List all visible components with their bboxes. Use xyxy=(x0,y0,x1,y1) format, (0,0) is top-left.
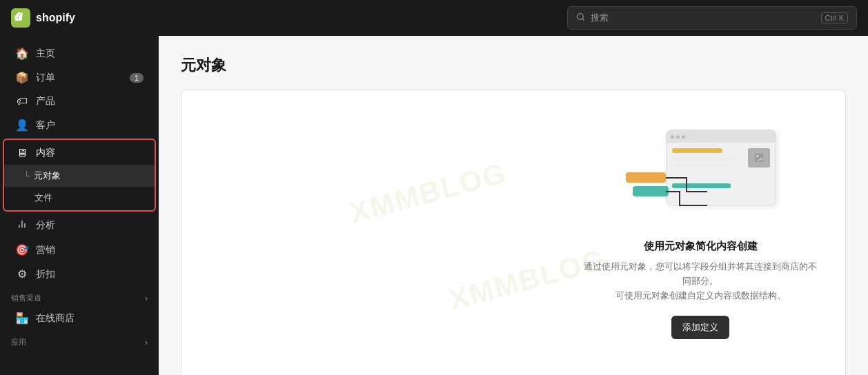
marketing-icon: 🎯 xyxy=(15,243,29,256)
chevron-right-icon: › xyxy=(145,294,148,303)
sidebar-orders-label: 订单 xyxy=(36,72,55,84)
add-definition-button[interactable]: 添加定义 xyxy=(671,316,729,339)
sidebar-discounts-label: 折扣 xyxy=(36,268,55,281)
svg-point-0 xyxy=(578,14,584,20)
products-icon: 🏷 xyxy=(15,95,29,108)
empty-state-content: 使用元对象简化内容创建 通过使用元对象，您可以将字段分组并将其连接到商店的不同部… xyxy=(583,130,818,338)
sidebar-item-orders[interactable]: 📦 订单 1 xyxy=(4,65,155,90)
browser-mockup xyxy=(666,130,776,205)
apps-label: 应用 xyxy=(11,337,26,347)
sidebar-item-marketing[interactable]: 🎯 营销 xyxy=(4,238,155,262)
svg-point-5 xyxy=(756,155,758,157)
sidebar-products-label: 产品 xyxy=(36,95,55,108)
sidebar-item-content[interactable]: 🖥 内容 xyxy=(4,141,155,165)
empty-state-card: XMMBLOG XMMBLOG xyxy=(181,90,846,375)
empty-state-description: 通过使用元对象，您可以将字段分组并将其连接到商店的不同部分。可使用元对象创建自定… xyxy=(583,260,818,303)
sidebar-item-online-store[interactable]: 🏪 在线商店 xyxy=(4,306,155,330)
chevron-right-icon-apps: › xyxy=(145,338,148,347)
online-store-icon: 🏪 xyxy=(15,312,29,325)
sidebar-item-products[interactable]: 🏷 产品 xyxy=(4,90,155,113)
block-orange xyxy=(626,172,666,183)
content-area: 元对象 XMMBLOG XMMBLOG xyxy=(159,36,868,375)
customers-icon: 👤 xyxy=(15,119,29,132)
sidebar-analytics-label: 分析 xyxy=(36,219,55,232)
search-icon xyxy=(576,12,585,23)
main-layout: 🏠 主页 📦 订单 1 🏷 产品 👤 客户 🖥 内容 └ 元对象 xyxy=(0,36,868,375)
page-title: 元对象 xyxy=(181,55,846,76)
sidebar-online-store-label: 在线商店 xyxy=(36,312,75,325)
sidebar-item-files[interactable]: 文件 xyxy=(4,187,155,209)
tree-branch-icon-2 xyxy=(23,193,30,203)
block-teal xyxy=(633,186,669,196)
sidebar-item-customers[interactable]: 👤 客户 xyxy=(4,113,155,137)
illustration xyxy=(624,130,776,240)
sidebar-files-label: 文件 xyxy=(34,192,52,204)
tree-branch-icon: └ xyxy=(23,171,30,181)
orders-badge: 1 xyxy=(130,73,144,83)
shopify-logo[interactable]: shopify xyxy=(11,8,75,28)
watermark-1: XMMBLOG xyxy=(346,156,510,230)
sidebar: 🏠 主页 📦 订单 1 🏷 产品 👤 客户 🖥 内容 └ 元对象 xyxy=(0,36,159,375)
search-placeholder-text: 搜索 xyxy=(591,12,816,24)
sidebar-content-label: 内容 xyxy=(36,147,55,159)
sales-channels-section: 销售渠道 › xyxy=(0,286,159,306)
sidebar-marketing-label: 营销 xyxy=(36,244,55,256)
analytics-icon xyxy=(15,219,29,232)
content-icon: 🖥 xyxy=(15,147,29,159)
discounts-icon: ⚙ xyxy=(15,267,29,281)
home-icon: 🏠 xyxy=(15,47,29,60)
sidebar-item-home[interactable]: 🏠 主页 xyxy=(4,41,155,65)
search-bar[interactable]: 搜索 Ctrl K xyxy=(567,6,857,30)
sidebar-item-discounts[interactable]: ⚙ 折扣 xyxy=(4,262,155,286)
sidebar-customers-label: 客户 xyxy=(36,119,55,132)
sales-channels-label: 销售渠道 xyxy=(11,293,41,303)
top-navigation: shopify 搜索 Ctrl K xyxy=(0,0,868,36)
content-group: 🖥 内容 └ 元对象 文件 xyxy=(3,139,156,212)
sidebar-home-label: 主页 xyxy=(36,48,55,60)
sidebar-item-metaobjects[interactable]: └ 元对象 xyxy=(4,165,155,187)
orders-icon: 📦 xyxy=(15,71,29,84)
apps-section: 应用 › xyxy=(0,330,159,350)
search-shortcut: Ctrl K xyxy=(821,12,849,23)
brand-name: shopify xyxy=(36,12,75,24)
empty-state-title: 使用元对象简化内容创建 xyxy=(644,240,758,253)
logo-icon xyxy=(11,8,30,28)
sidebar-metaobjects-label: 元对象 xyxy=(34,170,61,182)
sidebar-item-analytics[interactable]: 分析 xyxy=(4,213,155,238)
